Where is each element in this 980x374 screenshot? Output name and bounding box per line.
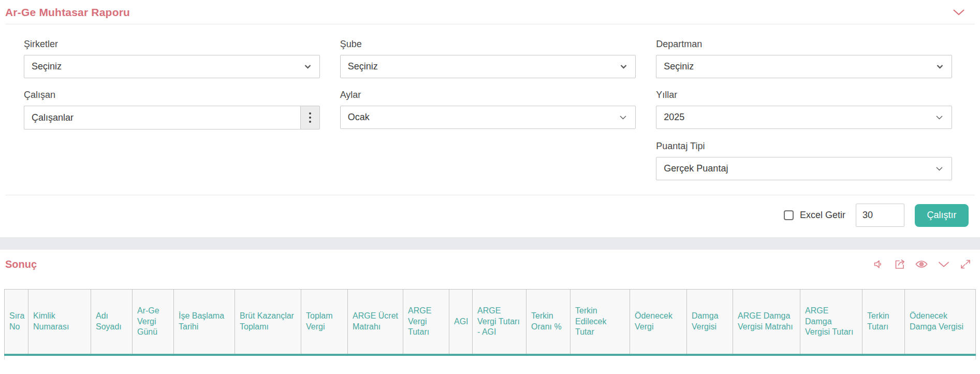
field-yillar: Yıllar 2025 xyxy=(656,90,952,130)
column-header[interactable]: Terkin Edilecek Tutar xyxy=(571,290,630,355)
column-header[interactable]: ARGE Vergi Tutarı - AGI xyxy=(473,290,526,355)
chevron-down-icon xyxy=(303,62,312,71)
speaker-icon[interactable] xyxy=(872,258,885,270)
chevron-down-icon xyxy=(934,113,944,122)
excel-getir-checkbox[interactable]: Excel Getir xyxy=(784,210,845,221)
result-title: Sonuç xyxy=(5,258,37,270)
expand-icon[interactable] xyxy=(959,258,972,270)
departman-selected-value: Seçiniz xyxy=(664,61,935,72)
share-export-icon[interactable] xyxy=(894,258,906,270)
column-header[interactable]: Ödenecek Vergi xyxy=(630,290,687,355)
sirketler-label: Şirketler xyxy=(24,39,320,50)
column-header[interactable]: Ar-Ge Vergi Günü xyxy=(133,290,174,355)
column-header[interactable]: ARGE Damga Vergisi Tutarı xyxy=(800,290,862,355)
field-puantaj-tipi: Puantaj Tipi Gerçek Puantaj xyxy=(656,141,952,180)
result-panel-header: Sonuç xyxy=(0,250,980,270)
column-header[interactable]: Ödenecek Damga Vergisi xyxy=(905,290,976,355)
yillar-label: Yıllar xyxy=(656,90,952,100)
sube-selected-value: Seçiniz xyxy=(348,61,620,72)
sirketler-selected-value: Seçiniz xyxy=(32,61,303,72)
collapse-panel-chevron-down-icon[interactable] xyxy=(952,8,966,17)
field-sube: Şube Seçiniz xyxy=(340,39,636,78)
chevron-down-icon xyxy=(935,62,944,71)
sube-select[interactable]: Seçiniz xyxy=(340,55,636,78)
yillar-select[interactable]: 2025 xyxy=(656,106,952,129)
departman-label: Departman xyxy=(656,39,952,50)
departman-select[interactable]: Seçiniz xyxy=(656,55,952,78)
column-header[interactable]: Toplam Vergi xyxy=(301,290,348,355)
run-button[interactable]: Çalıştır xyxy=(915,204,969,227)
row-count-input[interactable] xyxy=(856,204,904,227)
column-header[interactable]: ARGE Vergi Tutarı xyxy=(403,290,449,355)
column-header[interactable]: ARGE Damga Vergisi Matrahı xyxy=(733,290,800,355)
chevron-down-icon xyxy=(934,164,944,173)
page-title: Ar-Ge Muhtasar Raporu xyxy=(5,6,130,19)
column-header[interactable]: ARGE Ücret Matrahı xyxy=(348,290,403,355)
chevron-down-icon xyxy=(618,113,628,122)
field-aylar: Aylar Ocak xyxy=(340,90,636,130)
column-header[interactable]: AGI xyxy=(449,290,473,355)
field-sirketler: Şirketler Seçiniz xyxy=(24,39,320,78)
column-header[interactable]: Kimlik Numarası xyxy=(28,290,91,355)
column-header[interactable]: Terkin Tutarı xyxy=(862,290,905,355)
report-panel-header: Ar-Ge Muhtasar Raporu xyxy=(0,0,980,24)
eye-icon[interactable] xyxy=(915,258,928,270)
report-panel: Ar-Ge Muhtasar Raporu Şirketler Seçiniz … xyxy=(0,0,980,237)
calisan-label: Çalışan xyxy=(24,90,320,100)
empty-grid-cell xyxy=(24,141,320,192)
calisan-input[interactable] xyxy=(24,106,300,130)
puantaj-tipi-label: Puantaj Tipi xyxy=(656,141,952,152)
empty-table-body xyxy=(5,355,976,359)
aylar-label: Aylar xyxy=(340,90,636,100)
field-calisan: Çalışan xyxy=(24,90,320,130)
aylar-select[interactable]: Ocak xyxy=(340,106,636,129)
chevron-down-icon[interactable] xyxy=(937,258,950,270)
result-panel: Sonuç xyxy=(0,250,980,359)
sube-label: Şube xyxy=(340,39,636,50)
column-header[interactable]: Damga Vergisi xyxy=(687,290,733,355)
checkbox-box-icon[interactable] xyxy=(784,210,794,220)
column-header[interactable]: Terkin Oranı % xyxy=(526,290,571,355)
column-header[interactable]: Brüt Kazançlar Toplamı xyxy=(235,290,301,355)
table-empty-body-row xyxy=(5,355,976,359)
actions-divider xyxy=(5,195,975,195)
column-header[interactable]: İşe Başlama Tarihi xyxy=(174,290,235,355)
aylar-selected-value: Ocak xyxy=(348,112,619,123)
yillar-selected-value: 2025 xyxy=(664,112,934,123)
result-table: Sıra NoKimlik NumarasıAdı SoyadıAr-Ge Ve… xyxy=(4,289,976,359)
report-filter-form: Şirketler Seçiniz Şube Seçiniz Departman… xyxy=(0,24,980,195)
calisan-options-kebab-icon[interactable] xyxy=(300,106,320,130)
puantaj-tipi-select[interactable]: Gerçek Puantaj xyxy=(656,157,952,180)
panel-separator-band xyxy=(0,237,980,250)
excel-getir-label: Excel Getir xyxy=(800,210,845,221)
chevron-down-icon xyxy=(619,62,628,71)
sirketler-select[interactable]: Seçiniz xyxy=(24,55,320,78)
puantaj-tipi-selected-value: Gerçek Puantaj xyxy=(664,163,934,174)
column-header[interactable]: Adı Soyadı xyxy=(91,290,133,355)
column-header[interactable]: Sıra No xyxy=(5,290,28,355)
field-departman: Departman Seçiniz xyxy=(656,39,952,78)
actions-row: Excel Getir Çalıştır xyxy=(0,196,980,237)
table-header-row: Sıra NoKimlik NumarasıAdı SoyadıAr-Ge Ve… xyxy=(5,290,976,355)
result-toolbar xyxy=(872,258,972,270)
empty-grid-cell xyxy=(340,141,636,192)
